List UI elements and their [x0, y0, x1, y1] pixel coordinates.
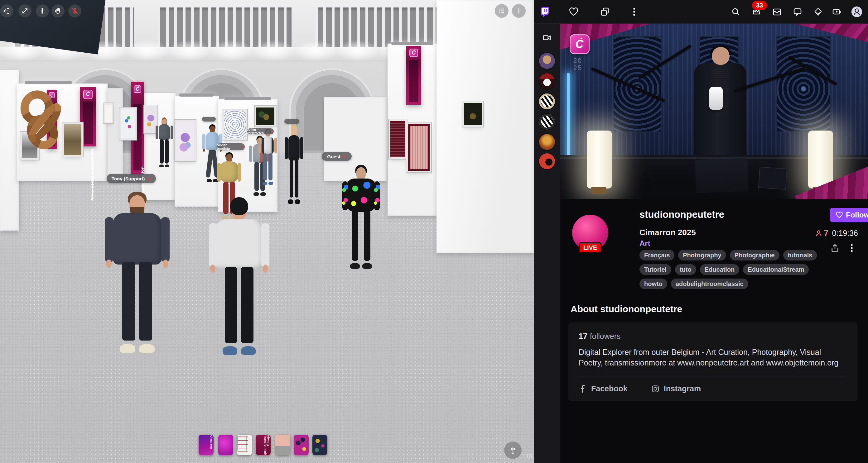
scene-avatar-blonde-woman[interactable]: [283, 122, 305, 204]
share-icon: [830, 243, 840, 253]
tag[interactable]: howto: [640, 278, 667, 289]
channel-more-button[interactable]: [848, 243, 856, 254]
microphone-muted-icon: [271, 130, 274, 133]
app-window: Ć Ć Art & Social Engagement Ć Identity &…: [0, 0, 868, 463]
track-light: [391, 42, 433, 45]
live-channels-button[interactable]: [539, 30, 554, 45]
scene-avatar-tony-support[interactable]: [106, 186, 168, 353]
microphone-muted-icon: [147, 177, 151, 181]
exit-icon: [3, 7, 10, 14]
channel-info-section: LIVE studiononpeutetre Cimarron 2025 Art…: [560, 199, 868, 311]
white-microphone: [709, 87, 723, 110]
microphone-muted-icon: [343, 155, 346, 158]
channel-avatar-streamer-face[interactable]: [539, 53, 555, 69]
bits-button[interactable]: [811, 4, 826, 19]
followers-count: 17: [579, 332, 587, 340]
channel-description: Digital Explorer from outer Belgium - Ar…: [579, 347, 847, 368]
scene-avatar-back-turned[interactable]: [210, 193, 269, 355]
tag[interactable]: Photography: [678, 250, 726, 261]
artwork-thumbnail[interactable]: [275, 435, 290, 455]
stream-video-player[interactable]: Ć 2025: [560, 24, 868, 199]
fullscreen-icon: [21, 7, 29, 14]
waypoint-button[interactable]: [504, 441, 522, 459]
follow-button[interactable]: Follow: [830, 208, 868, 222]
tag[interactable]: adobelightroomclassic: [671, 278, 748, 289]
channel-avatar-monkey-king[interactable]: [539, 134, 555, 150]
channel-avatar-red-dragon[interactable]: [539, 153, 555, 169]
instagram-link[interactable]: Instagram: [651, 384, 701, 393]
banner-stripe: [83, 102, 93, 144]
avatar-mode-button[interactable]: [36, 4, 49, 18]
twitch-panel: 33: [534, 0, 868, 463]
thumbnail-text: Identity Transformation: [264, 435, 270, 455]
scene-avatar-vest-guy[interactable]: [258, 127, 278, 185]
studio-art-print: [613, 36, 662, 132]
followers-label: followers: [590, 332, 621, 340]
wooden-spiral-sculpture: [18, 90, 68, 170]
pink-pattern-artwork: [408, 124, 430, 171]
tag[interactable]: EducationalStream: [743, 264, 809, 275]
whisper-bubble-icon: [793, 7, 803, 17]
artwork-thumbnail[interactable]: [294, 435, 309, 455]
artwork-thumbnail[interactable]: Identity Transformation: [256, 435, 271, 455]
following-button[interactable]: [566, 4, 581, 19]
channel-name[interactable]: studiononpeutetre: [640, 209, 724, 220]
tag[interactable]: Français: [640, 250, 674, 261]
twitch-home-button[interactable]: [537, 4, 553, 19]
channel-avatar-striped-logo-dark[interactable]: [539, 114, 555, 130]
stream-manager-button[interactable]: [829, 4, 844, 19]
instagram-label: Instagram: [664, 384, 701, 393]
track-light: [25, 81, 72, 84]
tag[interactable]: Photographie: [730, 250, 779, 261]
exit-button[interactable]: [0, 4, 13, 18]
abstract-artwork: [146, 107, 156, 132]
wave-button[interactable]: [52, 4, 65, 18]
studio-art-print: [776, 36, 831, 132]
tag[interactable]: tuto: [675, 264, 696, 275]
browse-button[interactable]: [597, 4, 612, 19]
avatar-name-label: [202, 117, 216, 122]
list-icon: [498, 7, 505, 14]
whispers-button[interactable]: [790, 4, 805, 19]
search-button[interactable]: [728, 4, 743, 19]
avatar-name-label: [284, 119, 299, 124]
inbox-button[interactable]: [770, 4, 784, 19]
instagram-icon: [651, 385, 659, 393]
version-label: 1.18: [521, 453, 532, 460]
artwork-thumbnail[interactable]: [237, 435, 252, 455]
scene-menu-button[interactable]: [512, 4, 526, 18]
about-panel: 17followers Digital Explorer from outer …: [568, 323, 858, 401]
more-menu-button[interactable]: [627, 4, 642, 19]
profile-menu-button[interactable]: [849, 4, 864, 19]
blue-sketch-artwork: [224, 111, 246, 138]
artwork-thumbnail[interactable]: [312, 435, 328, 455]
lamp-base: [591, 187, 607, 194]
wave-hand-icon: [54, 7, 62, 14]
avatar-name-label: Guest: [322, 152, 352, 161]
artwork-thumbnail[interactable]: [218, 435, 233, 455]
abstract-artwork: [121, 109, 135, 138]
copy-icon: [600, 7, 610, 17]
video-camera-icon: [542, 33, 552, 42]
scene-avatar-redhead[interactable]: [155, 116, 173, 167]
cimarron-logo: Ć: [134, 86, 141, 93]
tag[interactable]: Tutoriel: [640, 264, 671, 275]
participant-list-button[interactable]: [495, 4, 508, 18]
microphone-mute-button[interactable]: [68, 4, 82, 18]
channel-avatar-striped-logo-light[interactable]: [539, 94, 555, 109]
kebab-menu-icon: [630, 7, 638, 16]
channel-avatar-skull-bandana[interactable]: [539, 73, 555, 89]
fullscreen-button[interactable]: [19, 4, 31, 18]
dark-scene-artwork: [464, 103, 482, 125]
followed-channels-sidebar: [534, 24, 560, 463]
stream-manager-icon: [832, 7, 842, 17]
overlay-year: 2025: [573, 57, 582, 71]
scene-avatar-guest[interactable]: [342, 161, 380, 269]
tag[interactable]: Education: [700, 264, 740, 275]
facebook-link[interactable]: Facebook: [579, 384, 628, 393]
tag[interactable]: tutorials: [783, 250, 817, 261]
viewer-count: 7: [815, 229, 828, 238]
virtual-gallery-scene[interactable]: Ć Ć Art & Social Engagement Ć Identity &…: [0, 0, 534, 463]
share-button[interactable]: [830, 243, 840, 254]
artwork-thumbnail[interactable]: Cimarron: [198, 435, 214, 455]
